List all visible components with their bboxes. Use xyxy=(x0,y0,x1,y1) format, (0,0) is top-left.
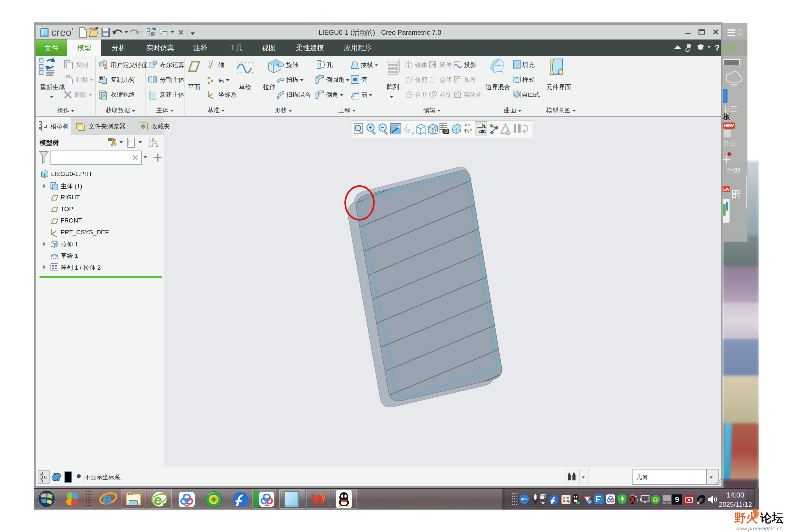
svg-text:e: e xyxy=(154,491,162,508)
svg-text:e: e xyxy=(102,490,112,508)
svg-text:?: ? xyxy=(715,43,720,52)
svg-text:K: K xyxy=(568,500,571,504)
svg-text:AI: AI xyxy=(163,503,167,507)
